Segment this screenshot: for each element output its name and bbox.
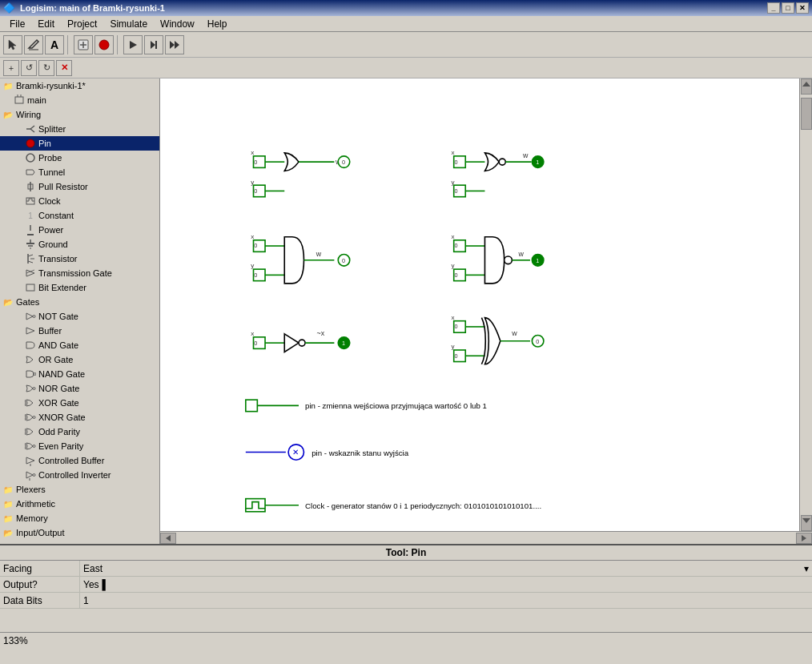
tree-xnor-gate[interactable]: XNOR Gate (0, 410, 159, 425)
scroll-left-btn[interactable] (160, 533, 176, 544)
vertical-scrollbar[interactable] (799, 78, 812, 531)
open-btn[interactable] (94, 35, 114, 54)
tree-tunnel[interactable]: Tunnel (0, 165, 159, 179)
tree-controlled-buffer[interactable]: Controlled Buffer (0, 453, 159, 468)
svg-marker-8 (170, 41, 175, 49)
tree-wiring-label: Wiring (16, 110, 41, 119)
step-btn[interactable] (144, 35, 163, 54)
scroll-thumb-v[interactable] (801, 98, 812, 130)
undo-btn[interactable]: ↺ (21, 60, 37, 76)
scroll-right-btn[interactable] (796, 533, 812, 544)
tree-pin[interactable]: Pin (0, 136, 159, 151)
scroll-up-btn[interactable] (801, 78, 812, 95)
menu-file[interactable]: File (3, 17, 31, 31)
prop-value-databits[interactable]: 1 (80, 595, 812, 606)
svg-line-28 (28, 255, 33, 256)
tree-splitter-label: Splitter (38, 124, 66, 134)
power-icon (24, 223, 37, 236)
add-btn[interactable]: + (3, 60, 19, 76)
tree-constant[interactable]: 1 Constant (0, 208, 159, 223)
tree-and-gate[interactable]: AND Gate (0, 338, 159, 352)
window-controls[interactable]: _ □ ✕ (767, 2, 809, 14)
delete-btn[interactable]: ✕ (56, 60, 72, 76)
fast-btn[interactable] (165, 35, 184, 54)
scroll-down-btn[interactable] (801, 515, 812, 531)
tree-gates[interactable]: 📂 Gates (0, 295, 159, 309)
menu-edit[interactable]: Edit (31, 17, 61, 31)
tree-memory-label: Memory (16, 513, 48, 523)
tree-nor-gate[interactable]: NOR Gate (0, 381, 159, 396)
svg-text:w: w (517, 250, 524, 258)
tree-clock-label: Clock (38, 196, 61, 206)
svg-text:0: 0 (536, 338, 539, 345)
tree-bramki[interactable]: 📁 Bramki-rysunki-1* (0, 78, 159, 93)
nand-gate-icon (24, 368, 37, 380)
prop-value-facing[interactable]: East ▾ (80, 563, 812, 574)
svg-marker-144 (166, 535, 171, 541)
svg-point-35 (33, 316, 35, 318)
tree-wiring[interactable]: 📂 Wiring (0, 107, 159, 122)
tree-inputoutput[interactable]: 📂 Input/Output (0, 525, 159, 540)
tree-main[interactable]: main (0, 93, 159, 107)
tree-splitter[interactable]: Splitter (0, 122, 159, 136)
tree-even-parity[interactable]: Even Parity (0, 439, 159, 453)
tree-xor-gate[interactable]: XOR Gate (0, 396, 159, 410)
dropdown-arrow-icon[interactable]: ▾ (804, 563, 809, 574)
menu-project[interactable]: Project (61, 17, 103, 31)
svg-text:0: 0 (455, 187, 458, 195)
tree-clock[interactable]: Clock (0, 194, 159, 208)
pointer-tool[interactable] (3, 35, 22, 54)
svg-rect-136 (246, 499, 265, 512)
menu-bar: File Edit Project Simulate Window Help (0, 16, 812, 32)
tree-memory[interactable]: 📁 Memory (0, 511, 159, 525)
button-icon (24, 541, 37, 544)
tree-norgate-label: NOR Gate (38, 384, 79, 393)
new-circuit-btn[interactable] (74, 35, 93, 54)
tree-plexers[interactable]: 📁 Plexers (0, 482, 159, 497)
svg-marker-31 (26, 270, 34, 276)
svg-point-17 (26, 154, 34, 162)
tree-transistor-label: Transistor (38, 254, 78, 264)
tree-transmission-gate[interactable]: Transmission Gate (0, 266, 159, 280)
redo-btn[interactable]: ↻ (38, 60, 54, 76)
clock-icon (24, 195, 37, 207)
tree-button[interactable]: Button (0, 540, 159, 544)
tree-gates-label: Gates (16, 297, 39, 307)
horizontal-scrollbar[interactable] (160, 531, 812, 544)
close-button[interactable]: ✕ (796, 2, 809, 14)
tree-ground-label: Ground (38, 239, 68, 249)
tree-or-gate[interactable]: OR Gate (0, 352, 159, 367)
tree-probe[interactable]: Probe (0, 151, 159, 165)
svg-text:0: 0 (342, 257, 345, 264)
tree-transistor[interactable]: Transistor (0, 252, 159, 266)
tree-ground[interactable]: Ground (0, 237, 159, 252)
prop-label-output: Output? (0, 577, 80, 592)
folder-closed-icon: 📁 (2, 483, 14, 496)
tree-nand-gate[interactable]: NAND Gate (0, 367, 159, 381)
tree-buffer[interactable]: Buffer (0, 324, 159, 338)
text-tool[interactable]: A (45, 35, 64, 54)
minimize-button[interactable]: _ (767, 2, 780, 14)
tree-pullresistor[interactable]: Pull Resistor (0, 179, 159, 194)
tree-pin-label: Pin (38, 139, 51, 148)
menu-window[interactable]: Window (154, 17, 201, 31)
ctrl-buffer-icon (24, 454, 37, 467)
svg-point-39 (33, 417, 35, 419)
edit-tool[interactable] (24, 35, 43, 54)
menu-simulate[interactable]: Simulate (103, 17, 154, 31)
tree-arithmetic[interactable]: 📁 Arithmetic (0, 497, 159, 511)
tree-bitextender[interactable]: Bit Extender (0, 280, 159, 295)
svg-text:y: y (451, 179, 455, 186)
maximize-button[interactable]: □ (782, 2, 794, 14)
tree-odd-parity[interactable]: Odd Parity (0, 425, 159, 439)
splitter-icon (24, 123, 37, 135)
menu-help[interactable]: Help (201, 17, 234, 31)
play-btn[interactable] (123, 35, 143, 54)
tree-controlled-inverter[interactable]: Controlled Inverter (0, 468, 159, 482)
tree-not-gate[interactable]: NOT Gate (0, 309, 159, 324)
tree-power[interactable]: Power (0, 223, 159, 237)
canvas-area[interactable]: x y w 0 0 0 (160, 78, 799, 531)
svg-marker-36 (26, 328, 34, 334)
prop-value-output[interactable]: Yes ▌ (80, 579, 812, 590)
svg-line-15 (30, 129, 34, 132)
